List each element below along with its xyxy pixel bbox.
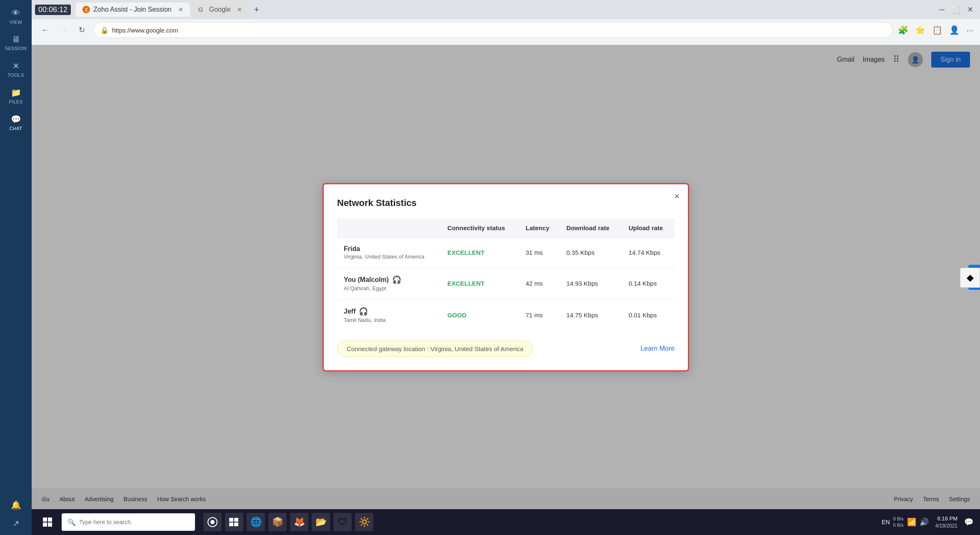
svg-rect-1 xyxy=(48,517,52,522)
tab-label-google: Google xyxy=(209,6,231,13)
headset-icon-malcolm: 🎧 xyxy=(392,275,401,284)
table-row: Jeff 🎧 Tamil Nadu, India GOOD 71 ms 14.7… xyxy=(337,299,675,331)
share-icon: ↗ xyxy=(12,518,20,528)
svg-rect-3 xyxy=(48,522,52,527)
back-button[interactable]: ← xyxy=(38,23,52,37)
search-icon: 🔍 xyxy=(68,518,76,526)
gateway-badge: Connected gateway location : Virginia, U… xyxy=(337,341,533,357)
search-input[interactable] xyxy=(79,519,188,525)
wifi-icon[interactable]: 📶 xyxy=(907,517,916,527)
sidebar-label-tools: TOOLS xyxy=(8,73,24,78)
sidebar-label-session: SESSION xyxy=(5,46,27,51)
sidebar-item-tools[interactable]: ✕ TOOLS xyxy=(0,56,32,83)
modal-footer: Connected gateway location : Virginia, U… xyxy=(337,341,675,357)
taskbar-app-browser2[interactable]: 📦 xyxy=(268,513,287,531)
reload-button[interactable]: ↻ xyxy=(75,23,88,37)
tab-google[interactable]: G Google ✕ xyxy=(192,3,249,17)
latency-malcolm: 42 ms xyxy=(519,267,560,299)
svg-rect-6 xyxy=(229,518,233,522)
col-upload: Upload rate xyxy=(622,219,675,238)
sidebar-item-session[interactable]: 🖥 SESSION xyxy=(0,30,32,56)
col-download: Download rate xyxy=(560,219,622,238)
svg-rect-2 xyxy=(43,522,47,527)
table-row: You (Malcolm) 🎧 Al Qahirah, Egypt EXCELL… xyxy=(337,267,675,299)
address-text: https://www.google.com xyxy=(112,27,178,34)
profile-icon[interactable]: 👤 xyxy=(949,25,960,35)
window-minimize[interactable]: ─ xyxy=(939,5,945,14)
sidebar-item-notification[interactable]: 🔔 xyxy=(0,495,32,513)
more-options-icon[interactable]: ··· xyxy=(966,25,973,35)
favorites-icon[interactable]: ⭐ xyxy=(915,25,925,35)
upload-jeff: 0.01 Kbps xyxy=(622,299,675,331)
stats-table: Connectivity status Latency Download rat… xyxy=(337,219,675,331)
taskbar-app-edge[interactable]: 🌐 xyxy=(247,513,265,531)
svg-rect-0 xyxy=(43,517,47,522)
sidebar-item-chat[interactable]: 💬 CHAT xyxy=(0,109,32,136)
collections-icon[interactable]: 📋 xyxy=(932,25,942,35)
modal-overlay: Network Statistics × Connectivity status… xyxy=(32,45,980,509)
new-tab-button[interactable]: + xyxy=(250,4,262,15)
sidebar-item-share[interactable]: ↗ xyxy=(0,513,32,535)
window-maximize[interactable]: ⬜ xyxy=(951,5,960,14)
col-connectivity: Connectivity status xyxy=(441,219,519,238)
upload-malcolm: 0.14 Kbps xyxy=(622,267,675,299)
address-bar-row: ← → ↻ 🔒 https://www.google.com 🧩 ⭐ 📋 👤 ·… xyxy=(32,19,980,41)
clock-time: 6:16 PM xyxy=(935,515,958,522)
view-icon: 👁 xyxy=(12,8,20,18)
sidebar-item-files[interactable]: 📁 FILES xyxy=(0,83,32,109)
user-name-jeff: Jeff 🎧 xyxy=(344,307,434,316)
taskbar-app-firefox[interactable]: 🦊 xyxy=(290,513,308,531)
taskbar-app-task-view[interactable] xyxy=(225,513,243,531)
user-location-jeff: Tamil Nadu, India xyxy=(344,317,434,323)
action-center-icon[interactable]: 💬 xyxy=(964,517,973,527)
download-malcolm: 14.93 Kbps xyxy=(560,267,622,299)
address-bar[interactable]: 🔒 https://www.google.com xyxy=(93,22,893,38)
clock-date: 4/19/2021 xyxy=(935,522,958,530)
notification-icon: 🔔 xyxy=(11,500,21,510)
tab-close-zoho[interactable]: ✕ xyxy=(178,6,183,13)
tab-label-zoho: Zoho Assist - Join Session xyxy=(93,6,172,13)
sidebar-label-files: FILES xyxy=(9,99,22,104)
svg-point-5 xyxy=(210,520,215,524)
network-speed-text: 0 B/s0 B/s xyxy=(893,516,904,529)
sidebar-item-view[interactable]: 👁 VIEW xyxy=(0,3,32,30)
window-close[interactable]: ✕ xyxy=(967,5,973,14)
chat-icon: 💬 xyxy=(11,114,21,124)
extensions-icon[interactable]: 🧩 xyxy=(898,25,908,35)
main-content: Gmail Images ⠿ 👤 Sign in dia About Adver… xyxy=(32,45,980,509)
taskbar-apps: 🌐 📦 🦊 📂 🛡 🔆 xyxy=(203,513,373,531)
taskbar-app-app1[interactable]: 🛡 xyxy=(333,513,352,531)
browser-toolbar-icons: 🧩 ⭐ 📋 👤 ··· xyxy=(898,25,973,35)
modal-close-button[interactable]: × xyxy=(674,191,680,202)
tab-zoho-assist[interactable]: Z Zoho Assist - Join Session ✕ xyxy=(76,3,190,17)
taskbar-system-icons: EN 0 B/s0 B/s 📶 🔊 xyxy=(882,516,929,529)
taskbar-app-files[interactable]: 📂 xyxy=(312,513,330,531)
taskbar-clock: 6:16 PM 4/19/2021 xyxy=(935,515,958,530)
user-cell-jeff: Jeff 🎧 Tamil Nadu, India xyxy=(337,299,441,331)
user-name-frida: Frida xyxy=(344,245,434,253)
timer-badge: 00:06:12 xyxy=(35,5,71,15)
download-jeff: 14.75 Kbps xyxy=(560,299,622,331)
col-user xyxy=(337,219,441,238)
volume-icon[interactable]: 🔊 xyxy=(920,517,929,527)
svg-rect-7 xyxy=(234,518,238,522)
taskbar-app-cortana[interactable] xyxy=(203,513,222,531)
upload-frida: 14.74 Kbps xyxy=(622,237,675,267)
table-row: Frida Virginia, United States of America… xyxy=(337,237,675,267)
taskbar-app-app2[interactable]: 🔆 xyxy=(355,513,373,531)
modal-title: Network Statistics xyxy=(337,198,675,208)
windows-start-button[interactable] xyxy=(38,513,57,531)
lock-icon: 🔒 xyxy=(100,26,109,34)
user-cell-malcolm: You (Malcolm) 🎧 Al Qahirah, Egypt xyxy=(337,267,441,299)
session-icon: 🖥 xyxy=(12,35,20,44)
sidebar-label-chat: CHAT xyxy=(9,126,22,131)
taskbar-search-box[interactable]: 🔍 xyxy=(62,513,195,531)
headset-icon-jeff: 🎧 xyxy=(359,307,368,316)
learn-more-link[interactable]: Learn More xyxy=(640,345,675,352)
diamond-tool-icon[interactable]: ◆ xyxy=(960,268,980,288)
connectivity-jeff: GOOD xyxy=(441,299,519,331)
tab-close-google[interactable]: ✕ xyxy=(237,6,242,13)
latency-jeff: 71 ms xyxy=(519,299,560,331)
sidebar-label-view: VIEW xyxy=(10,20,22,25)
user-location-malcolm: Al Qahirah, Egypt xyxy=(344,285,434,291)
